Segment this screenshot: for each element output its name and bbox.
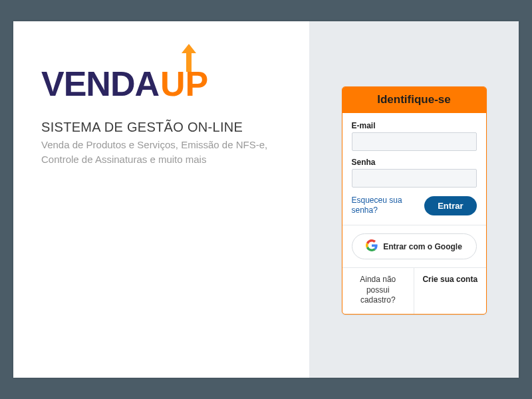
- logo-text-up-wrap: UP: [160, 66, 208, 101]
- forgot-password-link[interactable]: Esqueceu sua senha?: [352, 196, 414, 215]
- login-card: Identifique-se E-mail Senha Esqueceu sua…: [342, 86, 487, 315]
- no-account-text: Ainda não possui cadastro?: [342, 268, 414, 314]
- password-label: Senha: [352, 158, 477, 167]
- google-icon: [366, 239, 378, 253]
- arrow-up-icon: [182, 44, 196, 74]
- login-panel: Identifique-se E-mail Senha Esqueceu sua…: [309, 21, 519, 378]
- login-actions-row: Esqueceu sua senha? Entrar: [352, 196, 477, 215]
- login-card-body: E-mail Senha Esqueceu sua senha? Entrar: [342, 113, 486, 267]
- login-button[interactable]: Entrar: [424, 196, 476, 215]
- google-login-button[interactable]: Entrar com o Google: [352, 233, 477, 259]
- login-card-footer: Ainda não possui cadastro? Crie sua cont…: [342, 267, 486, 314]
- email-label: E-mail: [352, 121, 477, 130]
- google-login-label: Entrar com o Google: [383, 242, 462, 251]
- logo-text-venda: VENDA: [41, 66, 159, 101]
- password-field[interactable]: [352, 169, 477, 188]
- create-account-link[interactable]: Crie sua conta: [414, 268, 486, 314]
- email-field[interactable]: [352, 132, 477, 151]
- login-card-header: Identifique-se: [342, 87, 486, 113]
- tagline-title: SISTEMA DE GESTÃO ON-LINE: [41, 120, 289, 135]
- brand-logo: VENDA UP: [41, 66, 289, 101]
- divider: [342, 225, 486, 225]
- tagline-subtitle: Venda de Produtos e Serviços, Emissão de…: [41, 138, 289, 167]
- login-page: VENDA UP SISTEMA DE GESTÃO ON-LINE Venda…: [13, 21, 519, 378]
- marketing-panel: VENDA UP SISTEMA DE GESTÃO ON-LINE Venda…: [13, 21, 309, 378]
